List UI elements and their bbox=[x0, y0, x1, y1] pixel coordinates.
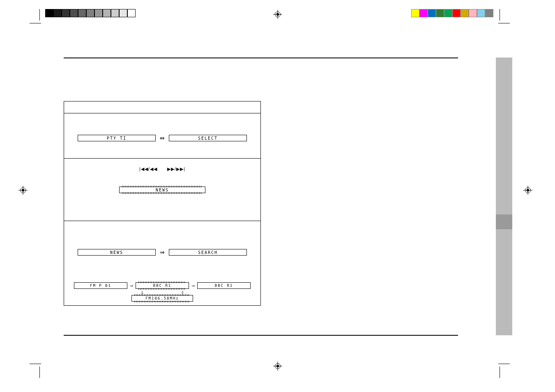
step-2: |◀◀/◀◀ ▶▶/▶▶| NEWS bbox=[64, 158, 260, 193]
crop-mark-icon bbox=[30, 362, 46, 378]
display-cell-blinking: BBC R1 bbox=[136, 282, 189, 289]
crop-mark-icon bbox=[493, 362, 510, 378]
registration-mark-icon bbox=[273, 362, 282, 371]
registration-mark-icon bbox=[523, 186, 532, 195]
step-3: NEWS ⇒ SEARCH bbox=[64, 221, 260, 256]
registration-mark-icon bbox=[273, 10, 282, 19]
crop-mark-icon bbox=[493, 9, 510, 25]
display-cell-scrolling: FM106.50MHz bbox=[131, 295, 193, 302]
step-1: PTY TI ⇔ SELECT bbox=[64, 113, 260, 141]
display-cell: NEWS bbox=[78, 249, 156, 256]
display-cell: PTY TI bbox=[78, 135, 156, 141]
prev-skip-icon: |◀◀/◀◀ bbox=[139, 166, 157, 172]
side-tab-column bbox=[496, 58, 512, 335]
right-arrow-icon: ⇒ bbox=[160, 249, 165, 256]
display-cell-blinking: NEWS bbox=[119, 187, 205, 193]
step-4: FM P 01 ⇒ BBC R1 ⇒ BBC R1 ⇩ ⇧ FM106.50MH… bbox=[64, 278, 260, 302]
top-rule bbox=[64, 58, 458, 58]
crop-mark-icon bbox=[30, 9, 46, 25]
right-arrow-icon: ⇒ bbox=[130, 284, 133, 288]
right-arrow-icon: ⇒ bbox=[191, 284, 195, 288]
color-calibration-strip bbox=[411, 9, 493, 17]
bottom-rule bbox=[64, 335, 458, 336]
display-cell: BBC R1 bbox=[197, 282, 251, 289]
double-arrow-icon: ⇔ bbox=[160, 135, 165, 141]
display-cell: FM P 01 bbox=[74, 282, 127, 289]
grayscale-calibration-strip bbox=[45, 9, 136, 17]
registration-mark-icon bbox=[18, 186, 28, 195]
display-cell: SEARCH bbox=[169, 249, 247, 256]
side-tab-active bbox=[496, 214, 512, 229]
next-skip-icon: ▶▶/▶▶| bbox=[167, 166, 185, 172]
instruction-panel: PTY TI ⇔ SELECT |◀◀/◀◀ ▶▶/▶▶| NEWS NEWS … bbox=[64, 101, 261, 306]
display-cell: SELECT bbox=[169, 135, 247, 141]
page-content bbox=[64, 58, 458, 58]
